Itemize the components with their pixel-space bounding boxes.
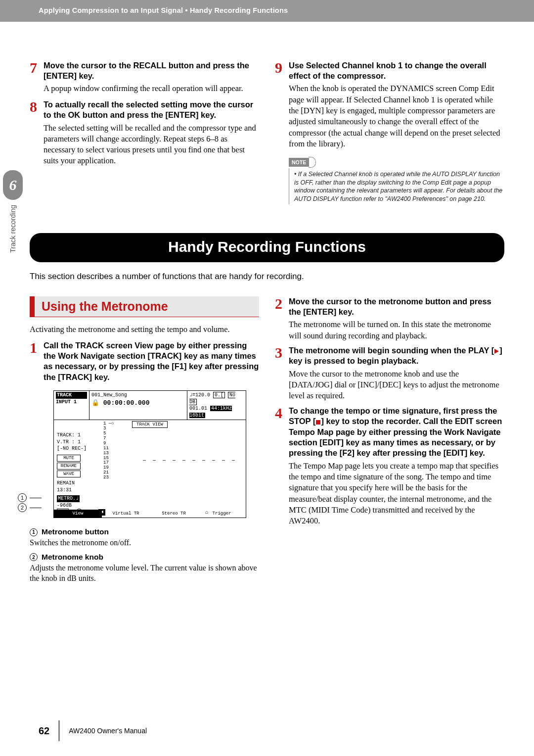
chapter-sidebar: 6 Track recording <box>3 170 23 294</box>
step-text: The Tempo Map page lets you create a tem… <box>289 461 504 527</box>
lcd-screenshot: TRACK INPUT 1 001_New_Song 🔒 00:00:00.00… <box>53 390 246 518</box>
lcd-track-numbers: 1 —○357911131517192123 <box>103 422 114 480</box>
step-title: Move the cursor to the metronome button … <box>289 296 504 318</box>
callout-label: 1 Metronome button <box>30 527 259 537</box>
callout-text: Switches the metronome on/off. <box>30 537 259 548</box>
callout-text: Adjusts the metronome volume level. The … <box>30 563 259 584</box>
lcd-bottom-tabs: View Virtual TR Stereo TR Trigger <box>54 510 246 518</box>
section-heading: Handy Recording Functions <box>30 233 504 262</box>
step-text: The selected setting will be recalled an… <box>44 123 259 167</box>
step-title: Use Selected Channel knob 1 to change th… <box>289 60 504 82</box>
note-text: • If a Selected Channel knob is operated… <box>289 168 504 205</box>
subsection-lead: Activating the metronome and setting the… <box>30 324 259 335</box>
lcd-mute-button: MUTE <box>57 455 81 462</box>
lcd-rename-button: RENAME <box>57 463 81 470</box>
callout-line <box>30 498 42 498</box>
step-title: Call the TRACK screen View page by eithe… <box>44 340 259 383</box>
note-label: NOTE <box>289 158 309 167</box>
play-icon <box>494 349 499 354</box>
step-number: 4 <box>275 406 289 527</box>
step-text: Move the cursor to the metronome knob an… <box>289 369 504 402</box>
book-title: AW2400 Owner's Manual <box>69 726 147 736</box>
lcd-dashes: — — — — — — — — — — <box>143 457 237 464</box>
step-number: 9 <box>275 60 289 149</box>
breadcrumb: Applying Compression to an Input Signal … <box>39 6 288 14</box>
stop-icon <box>316 420 320 425</box>
step-number: 7 <box>30 60 44 94</box>
callout-label: 2 Metronome knob <box>30 552 259 563</box>
page-number: 62 <box>39 724 49 738</box>
step-number: 3 <box>275 345 289 402</box>
section-intro: This section describes a number of funct… <box>30 271 504 283</box>
subsection-heading: Using the Metronome <box>30 296 259 318</box>
step-number: 1 <box>30 340 44 385</box>
step-text: The metronome will be turned on. In this… <box>289 319 504 341</box>
note-box: NOTE • If a Selected Channel knob is ope… <box>289 156 504 204</box>
page-footer: 62 AW2400 Owner's Manual <box>39 720 147 741</box>
step-title: The metronome will begin sounding when t… <box>289 345 504 367</box>
footer-divider <box>58 720 60 741</box>
step-text: A popup window confirming the recall ope… <box>44 83 259 94</box>
step-number: 8 <box>30 99 44 167</box>
step-title: Move the cursor to the RECALL button and… <box>44 60 259 82</box>
step-number: 2 <box>275 296 289 341</box>
lcd-wave-button: WAVE <box>57 471 81 477</box>
chapter-number-badge: 6 <box>3 170 23 200</box>
lcd-tab: TRACK VIEW <box>132 421 168 428</box>
callout-number: 2 <box>18 503 27 512</box>
callout-line <box>30 508 42 508</box>
callout-number: 1 <box>18 493 27 502</box>
chapter-label: Track recording <box>8 205 18 253</box>
page-header: Applying Compression to an Input Signal … <box>0 0 534 22</box>
step-title: To change the tempo or time signature, f… <box>289 406 504 459</box>
step-text: When the knob is operated the DYNAMICS s… <box>289 83 504 149</box>
step-title: To actually recall the selected setting … <box>44 99 259 121</box>
